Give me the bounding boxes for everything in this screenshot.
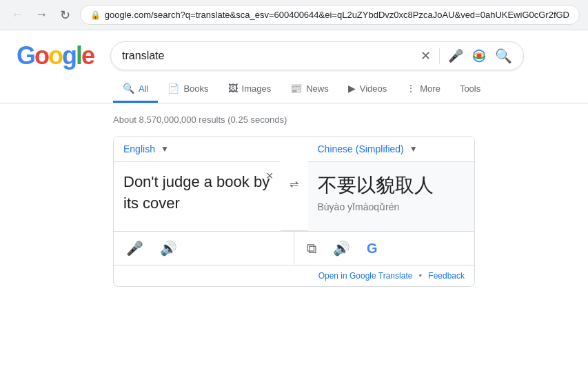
logo-g: G	[17, 41, 34, 70]
copy-translation-button[interactable]: ⧉	[304, 238, 319, 259]
tab-books[interactable]: 📄 Books	[158, 76, 218, 103]
tab-videos-label: Videos	[360, 83, 387, 94]
source-speaker-button[interactable]: 🔊	[157, 237, 180, 259]
clear-text-button[interactable]: ×	[266, 169, 274, 183]
google-translate-button[interactable]: G	[364, 238, 381, 259]
tab-videos[interactable]: ▶ Videos	[338, 76, 397, 103]
target-actions: ⧉ 🔊 G	[294, 232, 474, 265]
header: Google ✕ 🎤 🔍	[0, 30, 588, 70]
translate-output-area: 不要以貌取人 Bùyào yǐmàoqǔrén	[308, 162, 475, 231]
translate-panels: English ▼ Don't judge a book by its cove…	[114, 137, 474, 231]
source-text[interactable]: Don't judge a book by its cover	[123, 172, 271, 214]
more-tab-icon: ⋮	[406, 83, 416, 94]
lens-button[interactable]	[472, 48, 487, 63]
tab-all-label: All	[139, 83, 148, 94]
tab-all[interactable]: 🔍 All	[113, 76, 158, 103]
tab-more-label: More	[420, 83, 440, 94]
search-button[interactable]: 🔍	[495, 48, 512, 64]
address-bar[interactable]: 🔒 google.com/search?q=translate&sca_esv=…	[80, 5, 580, 25]
url-text: google.com/search?q=translate&sca_esv=60…	[105, 10, 569, 20]
swap-icon: ⇌	[290, 177, 298, 190]
target-lang-selector[interactable]: Chinese (Simplified) ▼	[308, 137, 475, 162]
source-lang-arrow: ▼	[161, 144, 169, 154]
source-lang-selector[interactable]: English ▼	[114, 137, 281, 162]
search-box[interactable]: ✕ 🎤 🔍	[110, 41, 524, 70]
result-count: About 8,570,000,000 results (0.25 second…	[113, 109, 475, 136]
logo-o2: o	[48, 41, 62, 70]
swap-languages-button[interactable]: ⇌	[281, 137, 308, 231]
translate-left-panel: English ▼ Don't judge a book by its cove…	[114, 137, 281, 231]
books-tab-icon: 📄	[168, 83, 179, 94]
search-icons: ✕ 🎤 🔍	[420, 48, 512, 64]
translate-widget: English ▼ Don't judge a book by its cove…	[113, 136, 475, 287]
target-lang-arrow: ▼	[409, 144, 418, 154]
page: Google ✕ 🎤 🔍 🔍	[0, 30, 588, 292]
logo-g2: g	[62, 41, 76, 70]
footer-bullet: •	[419, 271, 422, 281]
tab-books-label: Books	[183, 83, 208, 94]
tab-news-label: News	[306, 83, 329, 94]
target-speaker-button[interactable]: 🔊	[330, 237, 353, 259]
tab-images[interactable]: 🖼 Images	[219, 76, 281, 103]
tab-news[interactable]: 📰 News	[281, 76, 338, 103]
secure-icon: 🔒	[90, 10, 101, 20]
tab-more[interactable]: ⋮ More	[396, 76, 450, 103]
results-area: About 8,570,000,000 results (0.25 second…	[0, 103, 588, 292]
images-tab-icon: 🖼	[228, 83, 238, 94]
translated-pinyin: Bùyào yǐmàoqǔrén	[318, 201, 465, 212]
widget-footer: Open in Google Translate • Feedback	[114, 265, 474, 286]
back-button[interactable]: ←	[8, 6, 27, 25]
feedback-link[interactable]: Feedback	[428, 271, 465, 281]
translate-bottom-bar: 🎤 🔊 ⧉ 🔊 G	[114, 231, 474, 265]
news-tab-icon: 📰	[290, 83, 302, 94]
source-lang-name: English	[123, 143, 155, 154]
open-in-translate-link[interactable]: Open in Google Translate	[318, 271, 413, 281]
videos-tab-icon: ▶	[348, 83, 356, 94]
reload-button[interactable]: ↻	[56, 6, 74, 25]
browser-chrome: ← → ↻ 🔒 google.com/search?q=translate&sc…	[0, 0, 588, 30]
search-input[interactable]	[122, 50, 415, 62]
source-actions: 🎤 🔊	[114, 232, 294, 265]
target-lang-name: Chinese (Simplified)	[318, 143, 404, 154]
translate-input-area: Don't judge a book by its cover ×	[114, 162, 281, 231]
source-mic-button[interactable]: 🎤	[123, 237, 146, 259]
voice-search-button[interactable]: 🎤	[448, 48, 463, 63]
clear-search-button[interactable]: ✕	[420, 48, 431, 63]
tab-images-label: Images	[242, 83, 272, 94]
forward-button[interactable]: →	[32, 6, 51, 25]
logo-l: l	[76, 41, 81, 70]
translated-text: 不要以貌取人	[318, 172, 465, 199]
icon-divider	[439, 48, 440, 64]
translate-right-panel: Chinese (Simplified) ▼ 不要以貌取人 Bùyào yǐmà…	[308, 137, 475, 231]
nav-tabs: 🔍 All 📄 Books 🖼 Images 📰 News ▶ Videos ⋮…	[0, 70, 588, 103]
google-logo: Google	[17, 41, 94, 70]
svg-point-1	[476, 53, 481, 58]
all-tab-icon: 🔍	[123, 83, 134, 94]
logo-o1: o	[34, 41, 48, 70]
logo-e: e	[81, 41, 94, 70]
tools-button[interactable]: Tools	[450, 77, 490, 103]
